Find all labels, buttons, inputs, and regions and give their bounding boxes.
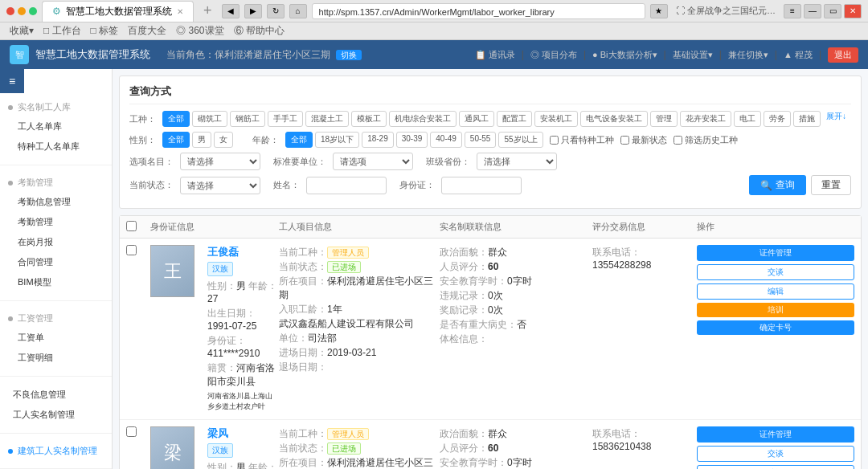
sidebar-item-contract[interactable]: 合同管理 <box>0 252 112 272</box>
address-bar[interactable]: http://spm.1357.cn/Admin/WorkerMgmt/labo… <box>312 3 645 19</box>
close-dot[interactable] <box>6 7 14 15</box>
sidebar-item-attendance-mgmt[interactable]: 考勤管理 <box>0 212 112 232</box>
th-id: 身份证信息 <box>150 221 279 233</box>
search-button[interactable]: 🔍 查询 <box>749 175 806 195</box>
maximize-dot[interactable] <box>29 7 37 15</box>
sidebar-item-bad-info[interactable]: 不良信息管理 <box>0 385 112 405</box>
star-button[interactable]: ★ <box>650 4 668 18</box>
checkbox-latest[interactable]: 最新状态 <box>620 134 667 146</box>
minimize-dot[interactable] <box>18 7 26 15</box>
gender-tag-group: 全部 男 女 <box>162 132 233 148</box>
job-tag-electrical[interactable]: 电气设备安装工 <box>580 111 648 127</box>
sidebar-item-salary-detail[interactable]: 工资明细 <box>0 348 112 368</box>
job-tag-carpenter[interactable]: 手手工 <box>268 111 303 127</box>
sidebar-item-bim[interactable]: BIM模型 <box>0 272 112 292</box>
talk-btn-2[interactable]: 交谈 <box>697 446 854 462</box>
status-select[interactable]: 请选择 <box>180 177 260 194</box>
age-tag-50-55[interactable]: 50-55 <box>465 132 497 148</box>
sidebar-item-payslip[interactable]: 工资单 <box>0 328 112 348</box>
nav-switch[interactable]: 兼任切换▾ <box>728 49 768 61</box>
baidu-link[interactable]: 百度大全 <box>125 24 170 38</box>
job-tag-install[interactable]: 安装机工 <box>534 111 578 127</box>
sidebar-item-attendance-info[interactable]: 考勤信息管理 <box>0 192 112 212</box>
name-input[interactable] <box>306 177 387 194</box>
age-tag-40-49[interactable]: 40-49 <box>430 132 462 148</box>
age-tag-all[interactable]: 全部 <box>285 132 313 148</box>
age-tag-under18[interactable]: 18岁以下 <box>315 132 359 148</box>
age-tag-30-39[interactable]: 30-39 <box>396 132 428 148</box>
restore-button[interactable]: ▭ <box>824 4 841 18</box>
back-button[interactable]: ◀ <box>222 4 240 18</box>
edit-btn-1[interactable]: 编辑 <box>697 283 854 300</box>
worker-tags-2: 汉族 <box>207 443 279 458</box>
new-tab-button[interactable]: + <box>199 1 217 21</box>
job-tag-config[interactable]: 配置工 <box>497 111 532 127</box>
sidebar-item-monthly-report[interactable]: 在岗月报 <box>0 232 112 252</box>
row-checkbox-2[interactable] <box>126 426 137 437</box>
close-icon[interactable]: ✕ <box>177 7 183 16</box>
id-input[interactable] <box>441 177 522 194</box>
minimize-button[interactable]: — <box>804 4 821 18</box>
edit-btn-2[interactable]: 编辑 <box>697 465 854 469</box>
age-tag-18-29[interactable]: 18-29 <box>362 132 394 148</box>
sidebar-item-special-worker[interactable]: 特种工人名单库 <box>0 137 112 157</box>
job-tag-concrete[interactable]: 混凝土工 <box>305 111 349 127</box>
cert-mgmt-btn-2[interactable]: 证件管理 <box>697 426 854 442</box>
job-tag-electric[interactable]: 电工 <box>734 111 761 127</box>
filter-select2[interactable]: 请选项 <box>333 153 413 170</box>
fullscreen-button[interactable]: ⛶ 全屏战争之三国纪元… <box>676 5 776 17</box>
gender-tag-male[interactable]: 男 <box>192 132 211 148</box>
refresh-button[interactable]: ↻ <box>267 4 285 18</box>
sidebar-toggle[interactable]: ≡ <box>0 69 24 93</box>
nav-user[interactable]: ▲ 程茂 <box>784 49 813 61</box>
filter-label1: 选项名目： <box>129 156 174 168</box>
tabs-button[interactable]: □ 标签 <box>88 24 122 38</box>
filter-select3[interactable]: 清选择 <box>477 153 557 170</box>
job-expand[interactable]: 展开↓ <box>826 111 846 127</box>
sidebar-item-realname-mgmt[interactable]: 工人实名制管理 <box>0 405 112 425</box>
job-tag-group: 全部 砌筑工 钢筋工 手手工 混凝土工 模板工 机电综合安装工 通风工 配置工 … <box>162 111 846 127</box>
job-tag-labor[interactable]: 劳务 <box>764 111 791 127</box>
cert-mgmt-btn-1[interactable]: 证件管理 <box>697 245 854 261</box>
settings-button[interactable]: ≡ <box>784 4 801 18</box>
360-link[interactable]: ◎ 360课堂 <box>173 24 227 38</box>
nav-bigdata[interactable]: ● Bi大数据分析▾ <box>592 49 657 61</box>
help-link[interactable]: ⑥ 帮助中心 <box>231 24 288 38</box>
role-badge[interactable]: 切换 <box>336 50 362 60</box>
job-tag-measure[interactable]: 措施 <box>793 111 821 127</box>
tab-icon: ⚙ <box>52 6 61 17</box>
checkbox-special[interactable]: 只看特种工种 <box>550 134 614 146</box>
exit-button[interactable]: 退出 <box>828 47 858 63</box>
job-tag-mgmt[interactable]: 管理 <box>650 111 678 127</box>
job-tag-formwork[interactable]: 模板工 <box>351 111 387 127</box>
reset-button[interactable]: 重置 <box>811 175 851 195</box>
status-tag-2: 已进场 <box>327 442 361 455</box>
job-tag-ventilation[interactable]: 通风工 <box>459 111 494 127</box>
forward-button[interactable]: ▶ <box>244 4 262 18</box>
browser-tab[interactable]: ⚙ 智慧工地大数据管理系统 ✕ <box>42 1 194 22</box>
job-tag-mep[interactable]: 机电综合安装工 <box>389 111 457 127</box>
gender-tag-female[interactable]: 女 <box>214 132 233 148</box>
filter-select1[interactable]: 请选择 <box>180 153 260 170</box>
talk-btn-1[interactable]: 交谈 <box>697 264 854 280</box>
age-tag-over55[interactable]: 55岁以上 <box>498 132 542 148</box>
job-tag-all[interactable]: 全部 <box>162 111 190 127</box>
job-tag-masonry[interactable]: 砌筑工 <box>192 111 227 127</box>
close-button[interactable]: ✕ <box>844 4 862 18</box>
nav-contacts[interactable]: 📋 通讯录 <box>475 49 515 61</box>
home-button[interactable]: ⌂ <box>289 4 307 18</box>
nav-settings[interactable]: 基础设置▾ <box>673 49 713 61</box>
checkbox-history[interactable]: 筛选历史工种 <box>674 134 738 146</box>
card-btn-1[interactable]: 确定卡号 <box>697 320 854 335</box>
job-tag-rebar[interactable]: 钢筋工 <box>230 111 265 127</box>
sidebar-item-workerlist[interactable]: 工人名单库 <box>0 116 112 137</box>
train-btn-1[interactable]: 培训 <box>697 303 854 317</box>
workbench-button[interactable]: □ 工作台 <box>40 24 84 38</box>
row-checkbox-1[interactable] <box>126 245 137 255</box>
favorites-button[interactable]: 收藏▾ <box>6 24 37 38</box>
job-tag-flower[interactable]: 花卉安装工 <box>680 111 731 127</box>
gender-tag-all[interactable]: 全部 <box>162 132 190 148</box>
nav-projects[interactable]: ◎ 项目分布 <box>530 49 577 61</box>
select-all-checkbox[interactable] <box>126 221 137 231</box>
sidebar-section-salary: 工资管理 工资单 工资明细 <box>0 304 112 373</box>
